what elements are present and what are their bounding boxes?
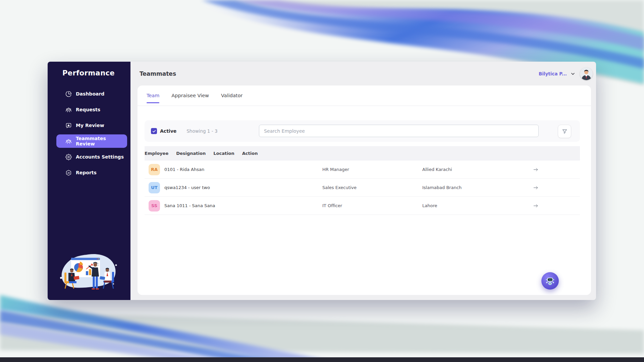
sidebar: Performance Dashboard Requests My Review…	[48, 62, 130, 300]
filter-button[interactable]	[558, 125, 571, 138]
sidebar-item[interactable]: Dashboard	[56, 87, 127, 101]
table-header-cell[interactable]: Employee	[145, 151, 176, 156]
chevron-down-icon[interactable]	[570, 71, 576, 76]
column-label: Employee	[145, 151, 168, 156]
filter-toolbar: Active Showing 1 - 3	[145, 120, 580, 142]
table-body: RA 0101 - Rida Ahsan HR Manager Allied K…	[145, 161, 580, 215]
sort-chevron-icon[interactable]	[237, 151, 242, 156]
main-area: Teammates Bilytica P... Team Appraisee V…	[130, 62, 596, 300]
sidebar-item-icon	[65, 154, 72, 160]
action-cell	[530, 167, 580, 172]
active-checkbox-label[interactable]: Active	[160, 128, 176, 134]
employee-name: 0101 - Rida Ahsan	[164, 167, 204, 172]
tab[interactable]: Team	[147, 85, 159, 106]
active-checkbox[interactable]	[151, 128, 157, 134]
sidebar-item[interactable]: Accounts Settings	[56, 150, 127, 164]
tab-label: Validator	[221, 93, 243, 98]
user-name[interactable]: Bilytica P...	[539, 71, 567, 76]
employee-cell: RA 0101 - Rida Ahsan	[145, 164, 322, 175]
sidebar-item[interactable]: My Review	[56, 119, 127, 132]
sidebar-item-label: Dashboard	[76, 91, 104, 97]
tab-bar: Team Appraisee View Validator	[138, 85, 591, 106]
location-cell: Allied Karachi	[422, 167, 530, 172]
employee-cell: SS Sana 1011 - Sana Sana	[145, 200, 322, 212]
employee-name: Sana 1011 - Sana Sana	[164, 203, 215, 208]
designation-cell: IT Officer	[322, 203, 422, 208]
app-window: Performance Dashboard Requests My Review…	[48, 62, 596, 300]
table-header-row: Employee Designation Location Action	[145, 146, 580, 161]
sidebar-item-icon	[65, 91, 72, 97]
sidebar-item-icon	[65, 170, 72, 176]
action-cell	[530, 185, 580, 190]
location-cell: Islamabad Branch	[422, 185, 530, 190]
table-header-cell[interactable]: Action	[242, 151, 258, 156]
team-presentation-illustration	[56, 252, 121, 296]
table-header-cell[interactable]: Location	[213, 151, 242, 156]
table-row[interactable]: UT qswa1234 - user two Sales Executive I…	[145, 179, 580, 197]
employee-initials-avatar: SS	[149, 200, 160, 212]
table-row[interactable]: SS Sana 1011 - Sana Sana IT Officer Laho…	[145, 197, 580, 215]
tab-label: Appraisee View	[171, 93, 209, 98]
sidebar-item-label: Reports	[76, 170, 97, 175]
employee-cell: UT qswa1234 - user two	[145, 182, 322, 193]
app-logo: Performance	[48, 62, 130, 78]
table-header-cell[interactable]: Designation	[176, 151, 213, 156]
location-cell: Lahore	[422, 203, 530, 208]
sidebar-item-label: Requests	[76, 107, 100, 112]
content-panel: Team Appraisee View Validator Active Sho…	[138, 85, 591, 295]
sidebar-item-icon	[65, 107, 72, 113]
tab[interactable]: Validator	[221, 85, 243, 106]
tab-label: Team	[147, 93, 159, 98]
column-label: Location	[213, 151, 234, 156]
arrow-right-icon[interactable]	[532, 185, 539, 190]
sidebar-item[interactable]: Requests	[56, 103, 127, 116]
column-label: Action	[242, 151, 258, 156]
sidebar-item-label: My Review	[76, 123, 104, 128]
sidebar-item-label: Teammates Review	[76, 136, 124, 146]
designation-cell: HR Manager	[322, 167, 422, 172]
employee-initials-avatar: UT	[149, 182, 160, 193]
arrow-right-icon[interactable]	[532, 203, 539, 208]
user-menu[interactable]: Bilytica P...	[539, 67, 593, 80]
column-label: Designation	[176, 151, 206, 156]
employee-name: qswa1234 - user two	[164, 185, 210, 190]
sidebar-item-icon	[65, 138, 72, 144]
desktop: Performance Dashboard Requests My Review…	[0, 0, 644, 362]
sidebar-item[interactable]: Reports	[56, 166, 127, 179]
action-cell	[530, 203, 580, 208]
sort-chevron-icon[interactable]	[171, 151, 176, 156]
sidebar-item[interactable]: Teammates Review	[56, 134, 127, 148]
arrow-right-icon[interactable]	[532, 167, 539, 172]
page-title: Teammates	[140, 70, 176, 77]
search-input[interactable]	[259, 125, 539, 137]
topbar: Teammates Bilytica P...	[130, 62, 596, 85]
sort-chevron-icon[interactable]	[208, 151, 213, 156]
sidebar-menu: Dashboard Requests My Review Teammates R…	[48, 87, 130, 179]
designation-cell: Sales Executive	[322, 185, 422, 190]
tab[interactable]: Appraisee View	[171, 85, 209, 106]
chatbot-button[interactable]	[541, 272, 559, 290]
employee-table: Employee Designation Location Action	[145, 146, 580, 215]
showing-count: Showing 1 - 3	[186, 128, 217, 134]
sidebar-item-icon	[65, 122, 72, 129]
table-row[interactable]: RA 0101 - Rida Ahsan HR Manager Allied K…	[145, 161, 580, 179]
user-avatar[interactable]	[580, 67, 593, 80]
employee-initials-avatar: RA	[149, 164, 160, 175]
sidebar-item-label: Accounts Settings	[76, 154, 124, 160]
